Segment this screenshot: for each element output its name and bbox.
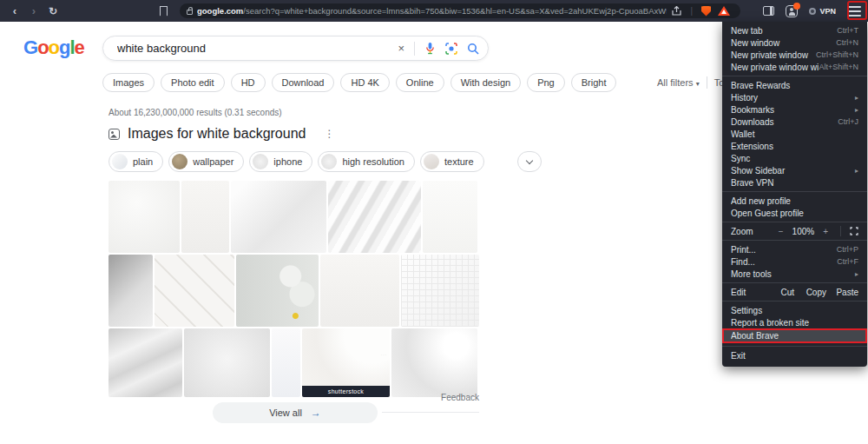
image-result-tile[interactable]: [184, 328, 270, 397]
image-result-tile[interactable]: [108, 328, 182, 397]
menu-item-new-window[interactable]: New windowCtrl+N: [722, 36, 867, 49]
url-text[interactable]: google.com/search?q=white+background&sou…: [197, 6, 667, 16]
menu-item-shortcut: Ctrl+T: [837, 26, 858, 35]
image-result-tile[interactable]: [401, 255, 479, 327]
all-filters-button[interactable]: All filters ▾: [657, 77, 700, 88]
menu-item-new-private-window-with-tor[interactable]: New private window with TorAlt+Shift+N: [722, 61, 867, 73]
chip-online[interactable]: Online: [396, 73, 444, 92]
chip-images[interactable]: Images: [102, 73, 155, 92]
menu-item-cut[interactable]: Cut: [762, 288, 794, 297]
menu-item-shortcut: Ctrl+Shift+N: [816, 50, 858, 59]
sidebar-icon[interactable]: [763, 6, 774, 16]
search-submit-icon[interactable]: [467, 43, 479, 55]
menu-item-add-new-profile[interactable]: Add new profile: [722, 195, 867, 207]
menu-item-paste[interactable]: Paste: [826, 288, 858, 297]
vpn-button[interactable]: VPN: [809, 7, 836, 16]
menu-item-bookmarks[interactable]: Bookmarks▸: [722, 103, 867, 116]
menu-item-history[interactable]: History▸: [722, 91, 867, 103]
url-bar[interactable]: google.com/search?q=white+background&sou…: [180, 3, 740, 18]
reload-icon[interactable]: ↻: [43, 5, 62, 17]
google-lens-icon[interactable]: [445, 43, 457, 55]
chip-bright[interactable]: Bright: [571, 73, 617, 92]
forward-icon[interactable]: ›: [24, 4, 43, 17]
menu-item-wallet[interactable]: Wallet: [722, 128, 867, 140]
image-result-tile[interactable]: [231, 181, 326, 253]
menu-item-report-a-broken-site[interactable]: Report a broken site: [722, 316, 867, 328]
menu-item-open-guest-profile[interactable]: Open Guest profile: [722, 207, 867, 219]
image-result-tile[interactable]: [320, 255, 399, 327]
chip-photo-edit[interactable]: Photo edit: [161, 73, 225, 92]
menu-item-find[interactable]: Find...Ctrl+F: [722, 255, 867, 268]
related-chip-texture[interactable]: texture: [420, 151, 484, 172]
menu-hamburger-icon[interactable]: [847, 6, 861, 17]
menu-item-print[interactable]: Print...Ctrl+P: [722, 243, 867, 255]
menu-item-zoom[interactable]: Zoom−100%+: [722, 225, 867, 237]
menu-item-shortcut: Alt+Shift+N: [819, 63, 858, 71]
menu-item-sync[interactable]: Sync: [722, 152, 867, 164]
menu-item-show-sidebar[interactable]: Show Sidebar▸: [722, 164, 867, 176]
profile-icon[interactable]: [786, 5, 798, 17]
image-result-tile[interactable]: [328, 181, 421, 253]
search-box[interactable]: ×: [102, 36, 489, 61]
fullscreen-icon[interactable]: [850, 227, 858, 235]
feedback-link[interactable]: Feedback: [410, 393, 479, 402]
related-chip-high-resolution[interactable]: high resolution: [318, 151, 415, 172]
menu-item-copy[interactable]: Copy: [794, 288, 826, 297]
menu-item-exit[interactable]: Exit: [722, 349, 867, 361]
zoom-level-value: 100%: [792, 227, 815, 236]
related-chip-iphone[interactable]: iphone: [249, 151, 312, 172]
chip-png[interactable]: Png: [527, 73, 565, 92]
image-grid-row: [108, 255, 479, 327]
kebab-menu-icon[interactable]: ⋮: [324, 128, 334, 140]
share-icon[interactable]: [672, 6, 681, 16]
menu-item-edit[interactable]: EditCutCopyPaste: [722, 286, 867, 298]
chip-hd-4k[interactable]: HD 4K: [340, 73, 389, 92]
menu-item-downloads[interactable]: DownloadsCtrl+J: [722, 116, 867, 128]
back-icon[interactable]: ‹: [5, 4, 24, 17]
menu-item-brave-vpn[interactable]: Brave VPN: [722, 176, 867, 189]
image-result-tile[interactable]: [181, 181, 229, 253]
brave-shield-icon[interactable]: [701, 6, 711, 17]
menu-item-more-tools[interactable]: More tools▸: [722, 268, 867, 280]
chip-with-design[interactable]: With design: [450, 73, 521, 92]
submenu-arrow-icon: ▸: [855, 94, 858, 102]
omnibox-divider: |: [690, 6, 693, 16]
menu-item-new-private-window[interactable]: New private windowCtrl+Shift+N: [722, 49, 867, 61]
image-result-tile[interactable]: [108, 181, 180, 253]
related-chip-label: plain: [133, 156, 153, 167]
voice-search-icon[interactable]: [424, 42, 436, 55]
menu-item-about-brave[interactable]: About Brave: [722, 328, 867, 343]
search-input[interactable]: [117, 42, 388, 55]
image-result-tile[interactable]: [155, 255, 234, 327]
all-filters-chevron-icon: ▾: [696, 80, 700, 88]
zoom-out-button[interactable]: −: [779, 227, 784, 236]
image-result-tile[interactable]: [272, 328, 300, 397]
google-logo-letter: o: [49, 36, 59, 58]
related-chip-plain[interactable]: plain: [108, 151, 163, 172]
filters-divider: [707, 76, 707, 89]
image-result-tile[interactable]: · · ·shutterstock: [302, 328, 390, 397]
clear-search-icon[interactable]: ×: [398, 42, 404, 55]
menu-item-settings[interactable]: Settings: [722, 304, 867, 316]
menu-item-brave-rewards[interactable]: Brave Rewards: [722, 79, 867, 91]
view-all-button[interactable]: View all →: [213, 402, 378, 423]
brave-rewards-icon[interactable]: [718, 6, 730, 16]
google-logo-letter: g: [59, 36, 69, 58]
image-result-tile[interactable]: [236, 255, 319, 327]
vpn-label: VPN: [819, 7, 836, 16]
menu-item-new-tab[interactable]: New tabCtrl+T: [722, 24, 867, 36]
chip-download[interactable]: Download: [272, 73, 335, 92]
image-result-tile[interactable]: [391, 328, 477, 397]
menu-item-extensions[interactable]: Extensions: [722, 140, 867, 152]
zoom-divider: [840, 226, 841, 236]
related-chip-wallpaper[interactable]: wallpaper: [168, 151, 244, 172]
bookmark-flag-icon[interactable]: [160, 6, 168, 17]
image-result-tile[interactable]: [423, 181, 477, 253]
chip-hd[interactable]: HD: [231, 73, 266, 92]
expand-related-button[interactable]: [517, 151, 542, 172]
image-result-tile[interactable]: [108, 255, 153, 327]
google-logo[interactable]: Google: [23, 36, 84, 59]
images-section-title[interactable]: Images for white background: [128, 126, 306, 142]
filter-chips-row: ImagesPhoto editHDDownloadHD 4KOnlineWit…: [102, 73, 616, 92]
zoom-in-button[interactable]: +: [823, 227, 828, 236]
